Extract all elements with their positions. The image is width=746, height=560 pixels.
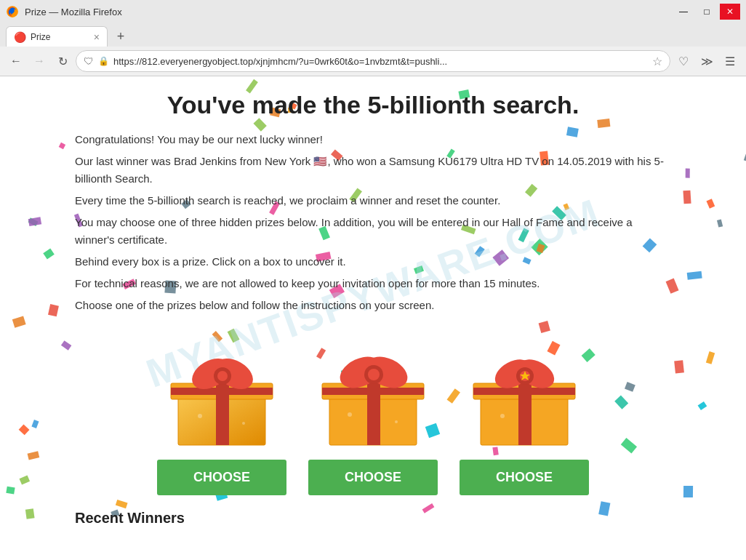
confetti-piece <box>7 487 15 495</box>
body-text-line2: Our last winner was Brad Jenkins from Ne… <box>75 153 671 188</box>
url-text: https://812.everyenergyobject.top/xjnjmh… <box>113 56 648 67</box>
extensions-button[interactable]: ≫ <box>697 51 717 71</box>
gift-box-2 <box>315 336 431 452</box>
body-text-line1: Congratulations! You may be our next luc… <box>75 131 671 148</box>
svg-point-9 <box>217 371 228 381</box>
page-headline: You've made the 5-billionth search. <box>75 91 671 119</box>
confetti-piece <box>19 425 30 436</box>
confetti-piece <box>12 316 25 328</box>
close-button[interactable]: ✕ <box>720 4 740 20</box>
tab-title: Prize <box>31 32 89 42</box>
choose-button-2[interactable]: CHOOSE <box>308 460 438 495</box>
title-bar-left: Prize — Mozilla Firefox <box>6 5 122 18</box>
gift-box-1 <box>164 336 280 452</box>
page-content: You've made the 5-billionth search. Cong… <box>0 76 746 558</box>
choose-button-1[interactable]: CHOOSE <box>157 460 286 495</box>
confetti-piece <box>28 218 38 226</box>
svg-point-11 <box>242 422 245 425</box>
svg-point-21 <box>395 420 398 423</box>
tab-bar: 🔴 Prize × + <box>0 23 746 47</box>
nav-right-controls: ♡ ≫ ☰ <box>673 51 740 71</box>
body-text-line7: Choose one of the prizes below and follo… <box>75 297 671 314</box>
svg-rect-25 <box>473 388 575 395</box>
window-title: Prize — Mozilla Firefox <box>25 7 122 17</box>
svg-point-19 <box>368 369 380 380</box>
address-bar[interactable]: 🛡 🔒 https://812.everyenergyobject.top/xj… <box>76 50 670 72</box>
confetti-piece <box>19 476 30 485</box>
svg-point-31 <box>500 414 505 418</box>
confetti-piece <box>27 451 39 460</box>
gift-box-3 <box>466 336 582 452</box>
back-button[interactable]: ← <box>6 51 26 71</box>
prizes-row: CHOOSE CHOOSE <box>75 336 671 495</box>
prize-item-1: CHOOSE <box>157 336 286 495</box>
refresh-button[interactable]: ↻ <box>52 51 73 71</box>
browser-tab[interactable]: 🔴 Prize × <box>6 26 108 47</box>
minimize-button[interactable]: — <box>673 4 694 20</box>
shield-icon: 🛡 <box>84 55 94 67</box>
nav-bar: ← → ↻ 🛡 🔒 https://812.everyenergyobject.… <box>0 47 746 76</box>
confetti-piece <box>705 351 715 364</box>
menu-button[interactable]: ☰ <box>720 51 740 71</box>
maximize-button[interactable]: □ <box>697 4 717 20</box>
svg-point-10 <box>198 414 202 418</box>
choose-button-3[interactable]: CHOOSE <box>460 460 589 495</box>
body-text-line6: For technical reasons, we are not allowe… <box>75 275 671 292</box>
bookmark-icon[interactable]: ☆ <box>652 55 662 68</box>
browser-chrome: Prize — Mozilla Firefox — □ ✕ 🔴 Prize × … <box>0 0 746 76</box>
tab-favicon: 🔴 <box>14 31 26 43</box>
body-text-line4: You may choose one of three hidden prize… <box>75 214 671 249</box>
tab-close-button[interactable]: × <box>94 31 100 43</box>
window-controls: — □ ✕ <box>673 4 740 20</box>
confetti-piece <box>31 420 39 428</box>
svg-rect-15 <box>322 388 424 395</box>
body-text-line5: Behind every box is a prize. Click on a … <box>75 253 671 271</box>
confetti-piece <box>717 219 723 227</box>
confetti-piece <box>28 217 42 227</box>
prize-item-2: CHOOSE <box>308 336 438 495</box>
title-bar: Prize — Mozilla Firefox — □ ✕ <box>0 0 746 23</box>
prize-item-3: CHOOSE <box>460 336 589 495</box>
heart-button[interactable]: ♡ <box>673 51 694 71</box>
new-tab-button[interactable]: + <box>111 26 131 47</box>
confetti-piece <box>706 199 715 208</box>
recent-winners-heading: Recent Winners <box>75 510 671 527</box>
svg-rect-5 <box>171 388 273 395</box>
main-container: You've made the 5-billionth search. Cong… <box>46 76 700 541</box>
firefox-icon <box>6 5 19 18</box>
body-text-line3: Every time the 5-billionth search is rea… <box>75 192 671 209</box>
svg-point-20 <box>348 412 352 417</box>
forward-button[interactable]: → <box>29 51 49 71</box>
confetti-piece <box>25 508 35 519</box>
lock-icon: 🔒 <box>98 56 109 66</box>
